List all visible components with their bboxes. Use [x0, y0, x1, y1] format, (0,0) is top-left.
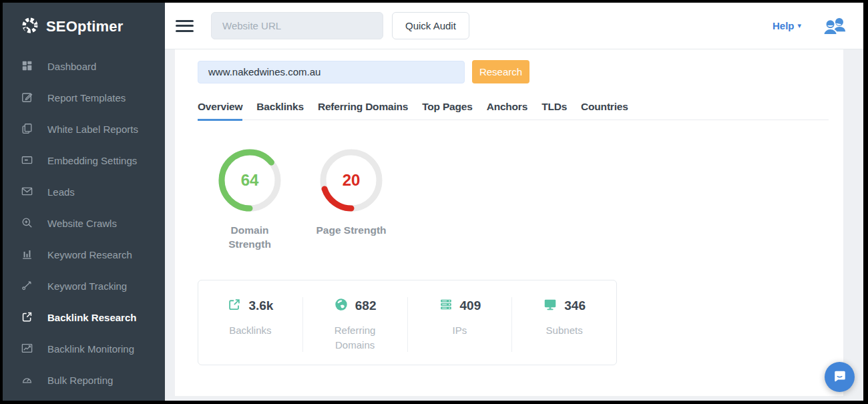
quick-audit-button[interactable]: Quick Audit — [392, 12, 469, 39]
tab-referring-domains[interactable]: Referring Domains — [318, 101, 408, 121]
page-strength-gauge: 20 Page Strength — [314, 147, 389, 252]
sidebar-item-dashboard[interactable]: Dashboard — [3, 51, 165, 82]
sidebar-item-label: White Label Reports — [47, 124, 138, 135]
sidebar: SEOptimer Dashboard Report Templates Whi… — [3, 3, 165, 401]
research-button[interactable]: Research — [472, 60, 529, 83]
dashboard-icon — [21, 59, 33, 74]
gauge-label: Domain Strength — [212, 224, 287, 252]
sidebar-item-report-templates[interactable]: Report Templates — [3, 82, 165, 114]
sidebar-item-leads[interactable]: Leads — [3, 176, 165, 208]
sidebar-item-backlink-research[interactable]: Backlink Research — [3, 302, 165, 333]
strength-gauges: 64 Domain Strength 20 Page Strength — [212, 147, 829, 252]
stat-value: 3.6k — [248, 298, 273, 313]
backlink-stats-card: 3.6k Backlinks 682 Referring Domains — [198, 280, 617, 366]
main-area: Quick Audit Help ▾ Rese — [165, 3, 863, 401]
chat-bubble-icon — [832, 369, 847, 386]
trend-line-icon — [21, 279, 33, 294]
line-chart-icon — [21, 342, 33, 357]
tab-top-pages[interactable]: Top Pages — [422, 101, 472, 121]
app-window: SEOptimer Dashboard Report Templates Whi… — [0, 0, 868, 404]
research-search-row: Research — [198, 60, 829, 83]
seoptimer-gear-icon — [20, 15, 40, 38]
stat-referring-domains: 682 Referring Domains — [302, 297, 407, 353]
globe-icon — [334, 297, 349, 315]
external-link-icon — [227, 297, 242, 315]
copy-icon — [21, 122, 33, 137]
hamburger-menu-icon[interactable] — [176, 17, 194, 35]
sidebar-item-label: Dashboard — [47, 61, 96, 72]
sidebar-item-website-crawls[interactable]: Website Crawls — [3, 208, 165, 239]
sidebar-item-white-label-reports[interactable]: White Label Reports — [3, 114, 165, 145]
sidebar-item-label: Website Crawls — [47, 218, 117, 229]
tab-anchors[interactable]: Anchors — [487, 101, 527, 121]
topbar: Quick Audit Help ▾ — [165, 3, 863, 49]
sidebar-item-label: Keyword Research — [47, 249, 132, 260]
sidebar-item-label: Keyword Tracking — [47, 280, 127, 292]
monitor-icon — [543, 297, 558, 315]
sidebar-nav: Dashboard Report Templates White Label R… — [3, 51, 165, 401]
tab-overview[interactable]: Overview — [198, 101, 242, 121]
tab-tlds[interactable]: TLDs — [541, 101, 567, 121]
chat-launcher-button[interactable] — [825, 362, 855, 392]
content-area: Research Overview Backlinks Referring Do… — [165, 49, 863, 401]
stat-label: Subnets — [533, 323, 595, 338]
backlink-research-panel: Research Overview Backlinks Referring Do… — [175, 49, 843, 396]
stat-value: 682 — [355, 298, 377, 313]
sidebar-item-label: Leads — [47, 186, 75, 198]
edit-icon — [21, 91, 33, 106]
sidebar-item-label: Bulk Reporting — [47, 375, 113, 386]
tachometer-icon — [21, 373, 33, 388]
sidebar-item-backlink-monitoring[interactable]: Backlink Monitoring — [3, 333, 165, 365]
stat-label: Backlinks — [220, 323, 281, 338]
server-icon — [439, 297, 453, 315]
chevron-down-icon: ▾ — [797, 21, 801, 30]
gauge-value: 20 — [343, 171, 361, 189]
sidebar-item-bulk-reporting[interactable]: Bulk Reporting — [3, 365, 165, 396]
help-label: Help — [773, 20, 795, 31]
sidebar-item-embedding-settings[interactable]: Embedding Settings — [3, 145, 165, 176]
sidebar-item-label: Backlink Research — [47, 312, 136, 323]
sidebar-item-keyword-research[interactable]: Keyword Research — [3, 239, 165, 270]
tab-backlinks[interactable]: Backlinks — [256, 101, 304, 121]
tabs-bar: Overview Backlinks Referring Domains Top… — [198, 101, 829, 120]
logo-text: SEOptimer — [46, 18, 124, 35]
sidebar-item-keyword-tracking[interactable]: Keyword Tracking — [3, 270, 165, 302]
envelope-icon — [21, 185, 33, 200]
sidebar-item-label: Embedding Settings — [47, 155, 137, 166]
website-url-input[interactable] — [211, 12, 383, 39]
embed-field-icon — [21, 154, 33, 168]
stat-value: 409 — [460, 298, 481, 313]
stat-backlinks: 3.6k Backlinks — [198, 297, 302, 353]
stat-ips: 409 IPs — [407, 297, 512, 353]
stat-label: Referring Domains — [324, 323, 386, 353]
account-users-icon[interactable] — [823, 16, 847, 36]
search-plus-icon — [21, 216, 33, 231]
sidebar-item-label: Report Templates — [47, 92, 126, 104]
gauge-label: Page Strength — [314, 224, 389, 238]
logo[interactable]: SEOptimer — [3, 3, 165, 51]
tab-countries[interactable]: Countries — [581, 101, 628, 121]
gauge-value: 64 — [241, 171, 259, 189]
stat-label: IPs — [429, 323, 490, 338]
help-menu[interactable]: Help ▾ — [773, 20, 801, 31]
sidebar-item-label: Backlink Monitoring — [47, 343, 134, 355]
stat-subnets: 346 Subnets — [511, 297, 616, 353]
external-link-icon — [21, 311, 33, 325]
research-url-input[interactable] — [198, 61, 465, 83]
stat-value: 346 — [564, 298, 586, 313]
bar-chart-icon — [21, 248, 33, 262]
domain-strength-gauge: 64 Domain Strength — [212, 147, 287, 252]
